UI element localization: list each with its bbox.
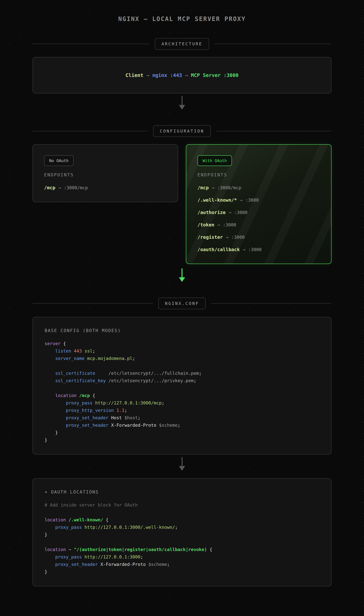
code-token: ssl_certificate <box>55 371 95 376</box>
code-token: { <box>103 517 108 522</box>
code-token: } <box>45 569 47 574</box>
code-token: location <box>45 547 66 552</box>
code-token: ssl_certificate_key <box>55 378 106 383</box>
code-token: mcp.mojadomena.pl <box>87 356 132 361</box>
code-line: proxy_set_header X-Forwarded-Proto $sche… <box>45 421 319 429</box>
divider-line <box>216 131 332 131</box>
code-token: proxy_pass <box>66 400 92 406</box>
endpoint-target: :3000/mcp <box>64 185 88 190</box>
code-token <box>156 422 159 428</box>
endpoint-arrow: → <box>58 185 61 190</box>
code-line: proxy_set_header Host $host; <box>45 414 319 421</box>
endpoint-target: :3000 <box>248 247 261 252</box>
arrow-head <box>179 277 185 282</box>
code-line: } <box>45 429 319 436</box>
endpoint-path: /authorize <box>197 210 226 215</box>
no-oauth-badge: No OAuth <box>44 155 74 166</box>
code-token: { <box>61 341 66 346</box>
architecture-flow: Client → nginx :443 → MCP Server :3000 <box>125 72 238 78</box>
code-line: server { <box>45 340 319 347</box>
code-token: proxy_set_header <box>55 562 98 567</box>
code-token: ; <box>140 554 143 560</box>
code-token: ; <box>178 422 180 428</box>
down-arrow-icon <box>179 96 185 110</box>
card-no-oauth: No OAuth ENDPOINTS /mcp→:3000/mcp <box>32 144 178 202</box>
code-token: server_name <box>55 356 84 361</box>
code-token: } <box>45 430 58 435</box>
code-token: /.well-known/ <box>68 517 103 522</box>
code-token <box>98 562 100 567</box>
code-line: proxy_set_header X-Forwarded-Proto $sche… <box>45 561 319 568</box>
endpoint-target: :3000 <box>223 222 236 227</box>
code-token <box>106 378 108 383</box>
code-token: http://127.0.0.1:3000/mcp <box>95 400 162 406</box>
code-token: $scheme <box>148 562 167 567</box>
endpoint-row: /token→:3000 <box>197 222 320 227</box>
endpoint-arrow: → <box>243 247 246 252</box>
code-token: server <box>45 341 61 346</box>
divider-line <box>211 303 332 304</box>
code-token: 1.1 <box>117 408 124 413</box>
code-line: # Add inside server block for OAuth <box>45 501 319 509</box>
code-token: } <box>45 532 47 537</box>
flow-token: nginx :443 <box>152 72 182 78</box>
code-token: location <box>45 517 66 522</box>
code-line <box>45 509 319 516</box>
code-token: /etc/letsencrypt/.../fullchain.pem <box>108 371 199 376</box>
code-token <box>108 422 111 428</box>
code-token: $host <box>124 415 138 420</box>
code-line: location /.well-known/ { <box>45 516 319 524</box>
code-token: $scheme <box>159 422 178 428</box>
endpoint-path: /mcp <box>44 185 55 190</box>
code-block-title: + OAUTH LOCATIONS <box>45 489 319 495</box>
code-token <box>114 408 116 413</box>
endpoint-path: /.well-known/* <box>197 197 237 203</box>
code-token: ; <box>138 415 140 420</box>
section-divider-nginx-conf: NGINX.CONF <box>32 298 332 309</box>
endpoint-arrow: → <box>212 185 214 190</box>
code-token <box>84 356 87 361</box>
endpoint-path: /token <box>197 222 214 227</box>
endpoint-row: /register→:3000 <box>197 235 320 240</box>
code-line: location ~ ^/(authorize|token|register|o… <box>45 546 319 553</box>
code-token <box>82 554 84 560</box>
code-token: proxy_set_header <box>66 422 109 428</box>
section-label-nginx-conf: NGINX.CONF <box>158 298 206 309</box>
card-with-oauth: With OAuth ENDPOINTS /mcp→:3000/mcp/.wel… <box>186 144 332 264</box>
code-token: proxy_set_header <box>66 415 109 420</box>
code-token: ; <box>132 356 135 361</box>
code-line: } <box>45 436 319 444</box>
code-line: proxy_pass http://127.0.0.1:3000; <box>45 553 319 561</box>
code-token: ; <box>162 400 164 406</box>
code-line: ssl_certificate /etc/letsencrypt/.../ful… <box>45 370 319 377</box>
section-label-architecture: ARCHITECTURE <box>155 38 209 50</box>
code-line: proxy_pass http://127.0.0.1:3000/.well-k… <box>45 524 319 531</box>
code-token: location <box>55 393 77 398</box>
endpoints-heading: ENDPOINTS <box>197 172 320 177</box>
code-line: proxy_pass http://127.0.0.1:3000/mcp; <box>45 399 319 407</box>
endpoint-row: /oauth/callback→:3000 <box>197 247 320 252</box>
endpoint-arrow: → <box>226 235 229 240</box>
code-token: { <box>90 393 95 398</box>
code-token: http://127.0.0.1:3000/.well-known/ <box>84 525 175 530</box>
code-line: listen 443 ssl; <box>45 347 319 355</box>
endpoints-list: /mcp→:3000/mcp <box>44 185 167 190</box>
code-token <box>45 525 55 530</box>
code-token <box>45 422 66 428</box>
endpoint-path: /oauth/callback <box>197 247 240 252</box>
endpoint-arrow: → <box>229 210 231 215</box>
divider-line <box>215 44 332 44</box>
endpoints-list: /mcp→:3000/mcp/.well-known/*→:3000/autho… <box>197 185 320 252</box>
code-line: } <box>45 531 319 538</box>
with-oauth-badge: With OAuth <box>197 155 232 166</box>
arrow-head <box>179 466 185 471</box>
divider-line <box>32 44 149 44</box>
code-token: /etc/letsencrypt/.../privkey.pem <box>108 378 194 383</box>
code-token <box>45 554 55 560</box>
code-token: 443 <box>74 348 82 354</box>
endpoint-row: /authorize→:3000 <box>197 210 320 215</box>
code-token <box>45 348 55 354</box>
code-line: proxy_http_version 1.1; <box>45 407 319 414</box>
section-divider-architecture: ARCHITECTURE <box>32 38 332 50</box>
code-token <box>122 415 124 420</box>
